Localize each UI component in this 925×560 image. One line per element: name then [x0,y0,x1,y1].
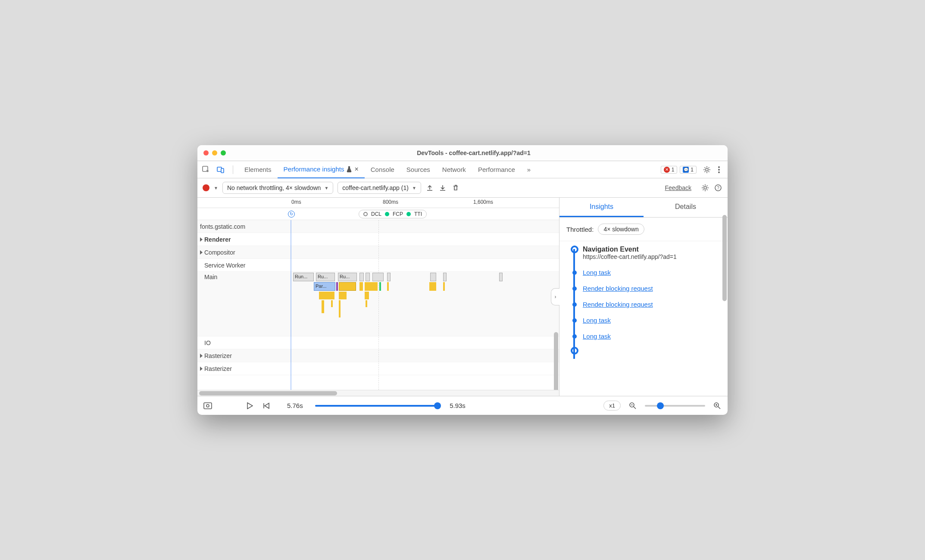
flame-block[interactable] [430,273,436,281]
tab-performance-insights[interactable]: Performance insights × [278,161,365,178]
flame-block[interactable]: Ru... [316,273,335,281]
flame-block[interactable] [322,300,324,313]
throttling-select[interactable]: No network throttling, 4× slowdown ▼ [222,182,333,194]
maximize-window-icon[interactable] [221,150,226,156]
event-link[interactable]: Long task [583,333,611,340]
vertical-scrollbar[interactable] [554,255,558,390]
track-label: Main [197,272,288,282]
web-vitals-markers[interactable]: DCL FCP TTI [359,210,427,218]
event-link[interactable]: Long task [583,317,611,324]
event-link[interactable]: Long task [583,269,611,276]
device-toolbar-icon[interactable] [216,165,225,174]
target-select[interactable]: coffee-cart.netlify.app (1) ▼ [338,182,421,194]
feedback-link[interactable]: Feedback [665,184,691,191]
flame-block[interactable]: Run... [293,273,314,281]
expand-caret-icon[interactable] [200,237,203,242]
track-label: Renderer [197,234,288,245]
record-button[interactable] [203,184,209,191]
markers-row: ↻ DCL FCP TTI [197,208,559,220]
slider-handle-icon[interactable] [657,402,664,409]
tab-insights[interactable]: Insights [559,198,644,217]
tab-console[interactable]: Console [365,161,400,178]
messages-badge[interactable]: 💬 1 [680,166,697,174]
flame-block[interactable]: Par... [314,282,335,291]
replay-marker-icon[interactable]: ↻ [288,211,295,218]
screenshot-toggle-icon[interactable] [203,401,212,410]
time-tick: 1,600ms [473,199,493,205]
flame-block[interactable] [339,300,341,317]
settings-icon[interactable] [703,165,711,174]
download-icon[interactable] [438,184,447,192]
time-tick: 0ms [291,199,301,205]
flame-block[interactable] [387,282,389,291]
flame-block[interactable] [429,282,436,291]
panel-tabs: Elements Performance insights × Console … [197,161,728,178]
event-item[interactable]: Render blocking request [571,280,723,296]
zoom-slider[interactable] [645,405,705,407]
event-url: https://coffee-cart.netlify.app/?ad=1 [583,253,677,260]
event-item[interactable]: Long task [571,264,723,280]
flame-block[interactable] [359,273,364,281]
flame-block[interactable] [379,282,381,291]
flame-block[interactable] [499,273,503,281]
flame-block[interactable] [365,292,369,299]
tab-sources[interactable]: Sources [400,161,436,178]
horizontal-scrollbar[interactable] [197,390,559,396]
flame-block[interactable] [366,300,367,307]
event-item[interactable]: Long task [571,328,723,344]
event-item[interactable]: Long task [571,312,723,328]
expand-sidebar-button[interactable]: › [551,288,559,305]
chevron-down-icon: ▼ [324,186,328,190]
flame-block[interactable] [331,300,333,307]
flame-block[interactable] [366,273,370,281]
timeline-gridline [378,220,379,390]
expand-caret-icon[interactable] [200,367,203,371]
event-item[interactable]: Render blocking request [571,296,723,312]
tab-elements[interactable]: Elements [238,161,278,178]
tab-performance[interactable]: Performance [472,161,521,178]
zoom-in-icon[interactable] [713,401,722,410]
skip-back-icon[interactable] [262,401,271,410]
flame-block[interactable] [336,282,338,291]
flame-block[interactable] [387,273,391,281]
inspect-element-icon[interactable] [202,165,210,174]
svg-text:?: ? [717,186,719,190]
tabs-overflow[interactable]: » [521,161,537,178]
slider-handle-icon[interactable] [434,402,441,409]
play-icon[interactable] [246,401,254,410]
minimize-window-icon[interactable] [212,150,217,156]
events-list: Navigation Event https://coffee-cart.net… [559,241,728,359]
delete-icon[interactable] [451,184,460,192]
expand-caret-icon[interactable] [200,354,203,358]
flame-block[interactable] [365,282,378,291]
flame-block[interactable] [443,273,447,281]
errors-badge[interactable]: ✕ 1 [661,166,678,174]
insights-scrollbar[interactable] [722,215,727,344]
flame-block[interactable] [372,273,384,281]
flame-block[interactable]: Ru... [338,273,357,281]
close-tab-icon[interactable]: × [354,165,358,173]
flame-block[interactable] [443,282,445,291]
event-link[interactable]: Render blocking request [583,285,653,292]
help-icon[interactable]: ? [714,184,722,192]
panel-settings-icon[interactable] [701,184,709,192]
zoom-level-chip[interactable]: x1 [603,401,621,411]
upload-icon[interactable] [425,184,434,192]
kebab-menu-icon[interactable] [715,165,723,174]
tracks-area[interactable]: fonts.gstatic.com Renderer Compositor Se… [197,220,559,390]
throttled-chip[interactable]: 4× slowdown [598,224,644,235]
flame-block[interactable] [359,282,363,291]
svg-point-6 [718,171,720,173]
event-link[interactable]: Render blocking request [583,301,653,308]
zoom-out-icon[interactable] [628,401,637,410]
flame-block[interactable] [339,292,347,299]
flame-block[interactable] [339,282,356,291]
tab-network[interactable]: Network [436,161,472,178]
tab-details[interactable]: Details [644,198,728,217]
flame-block[interactable] [319,292,334,299]
expand-caret-icon[interactable] [200,250,203,255]
svg-point-3 [706,168,708,171]
time-range-slider[interactable] [315,405,438,407]
record-dropdown-icon[interactable]: ▼ [214,186,218,190]
close-window-icon[interactable] [203,150,209,156]
